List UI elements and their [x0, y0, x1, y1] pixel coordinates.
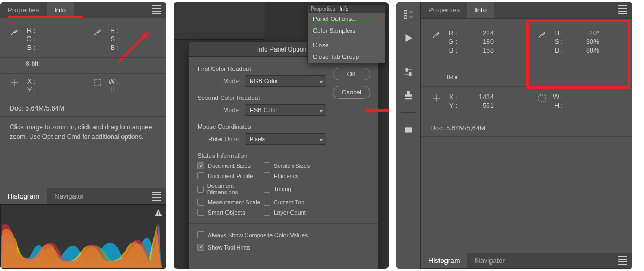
- tab-info[interactable]: Info: [47, 2, 74, 18]
- crosshair-icon: [431, 93, 441, 103]
- cb-measurement-scale[interactable]: Measurement Scale: [197, 199, 260, 206]
- rgb-readout: R :224 G :180 B :158: [421, 23, 526, 71]
- tabbar-bottom: Histogram Navigator: [421, 253, 632, 269]
- eyedropper-icon: [537, 30, 547, 39]
- wh-readout: W : H :: [83, 74, 166, 99]
- cb-always-composite[interactable]: Always Show Composite Color Values: [197, 231, 369, 238]
- label-h: H :: [107, 27, 119, 34]
- ok-button[interactable]: OK: [333, 68, 370, 80]
- eyedropper-icon: [93, 27, 103, 36]
- info-panel-empty: Properties Info R : G : B : H : S :: [0, 2, 166, 269]
- tab-properties[interactable]: Properties: [421, 2, 467, 18]
- tool-hint: Click image to zoom in, click and drag t…: [0, 117, 166, 147]
- tabbar: Properties Info: [0, 2, 166, 18]
- first-mode-select[interactable]: RGB Color: [245, 75, 326, 87]
- align-icon[interactable]: [401, 8, 415, 21]
- cb-show-tool-hints[interactable]: Show Tool Hints: [197, 244, 369, 251]
- ctx-tab-info[interactable]: Info: [340, 6, 349, 12]
- label-h: H :: [551, 30, 563, 37]
- ctx-tab-properties[interactable]: Properties: [311, 6, 335, 12]
- info-panel-filled: Properties Info R :224 G :180 B :158: [396, 2, 632, 269]
- warning-icon[interactable]: [154, 208, 163, 217]
- label-y: Y :: [445, 102, 457, 109]
- tab-info[interactable]: Info: [467, 2, 494, 18]
- label-x: X :: [24, 78, 35, 85]
- svg-rect-7: [404, 11, 407, 14]
- background-ui: [174, 2, 265, 40]
- value-b: 158: [462, 47, 494, 54]
- label-h2: H :: [107, 86, 119, 94]
- value-r: 224: [462, 30, 494, 37]
- cb-layer-count[interactable]: Layer Count: [264, 209, 326, 216]
- svg-rect-2: [94, 79, 101, 86]
- first-readout: R : G : B :: [0, 23, 83, 58]
- menu-panel-options[interactable]: Panel Options...: [308, 13, 385, 25]
- svg-rect-9: [406, 69, 407, 71]
- panel-menu-icon[interactable]: [618, 256, 627, 265]
- hsb-readout: H :20° S :30% B :88%: [526, 23, 632, 71]
- cb-document-sizes[interactable]: Document Sizes: [197, 162, 260, 169]
- label-b: B :: [445, 47, 457, 54]
- menu-close[interactable]: Close: [308, 39, 385, 51]
- label-w: W :: [551, 93, 563, 101]
- label-b2: B :: [107, 44, 119, 52]
- crosshair-icon: [10, 78, 19, 87]
- xy-readout: X :1434 Y :551: [421, 87, 526, 119]
- tab-navigator[interactable]: Navigator: [47, 188, 92, 204]
- label-r: R :: [445, 30, 457, 37]
- doc-size: Doc: 5,64M/5,64M: [0, 99, 166, 117]
- wh-readout: W : H :: [526, 87, 632, 119]
- bitdepth-label: 8-bit: [421, 71, 459, 86]
- value-s: 30%: [567, 38, 599, 46]
- info-panel-options-dialog: Info Panel Options OK Cancel First Color…: [189, 42, 378, 269]
- cb-scratch-sizes[interactable]: Scratch Sizes: [264, 162, 326, 169]
- menu-close-group[interactable]: Close Tab Group: [308, 51, 385, 63]
- adjust-icon[interactable]: [401, 65, 415, 79]
- panel-menu-icon[interactable]: [618, 5, 627, 14]
- tabbar: Properties Info: [421, 2, 632, 18]
- svg-rect-10: [409, 72, 411, 76]
- histogram-graphic: [0, 204, 166, 269]
- label-b2: B :: [551, 47, 563, 54]
- stamp-icon[interactable]: [401, 89, 415, 102]
- eyedropper-icon: [10, 27, 19, 36]
- cancel-button[interactable]: Cancel: [333, 86, 370, 99]
- bitdepth-label: 8-bit: [0, 58, 38, 73]
- label-b: B :: [24, 44, 35, 52]
- section-second-readout: Second Color Readout: [197, 94, 326, 101]
- tab-navigator[interactable]: Navigator: [467, 253, 513, 268]
- second-readout: H : S : B :: [83, 23, 166, 58]
- xy-readout: X : Y :: [0, 74, 83, 99]
- tab-histogram[interactable]: Histogram: [421, 253, 467, 268]
- panel-menu-icon[interactable]: [152, 192, 161, 201]
- svg-rect-11: [405, 127, 412, 132]
- tab-properties[interactable]: Properties: [0, 2, 47, 18]
- cb-current-tool[interactable]: Current Tool: [264, 199, 326, 206]
- section-mouse: Mouse Coordinates: [197, 123, 326, 130]
- label-mode: Mode:: [197, 107, 240, 113]
- cb-timing[interactable]: Timing: [264, 182, 326, 195]
- block-icon[interactable]: [401, 122, 415, 136]
- vertical-toolbar: [396, 2, 421, 269]
- panel-flyout-menu: Properties Info Panel Options... Color S…: [307, 4, 385, 63]
- play-icon[interactable]: [401, 31, 415, 45]
- value-g: 180: [462, 38, 494, 46]
- second-mode-select[interactable]: HSB Color: [245, 104, 326, 116]
- label-s: S :: [107, 35, 119, 43]
- ruler-units-select[interactable]: Pixels: [245, 133, 326, 145]
- label-h2: H :: [551, 102, 563, 109]
- cb-document-dimensions[interactable]: Document Dimensions: [197, 182, 260, 195]
- annotation-underline: [313, 21, 379, 22]
- cb-document-profile[interactable]: Document Profile: [197, 172, 260, 179]
- panel-menu-icon[interactable]: [152, 5, 161, 14]
- cb-smart-objects[interactable]: Smart Objects: [197, 209, 260, 216]
- histogram-panel: Histogram Navigator: [0, 188, 166, 269]
- menu-color-samplers[interactable]: Color Samplers: [308, 25, 385, 36]
- label-g: G :: [445, 38, 457, 46]
- label-mode: Mode:: [197, 78, 240, 84]
- svg-rect-4: [158, 214, 158, 215]
- cb-efficiency[interactable]: Efficiency: [264, 172, 326, 179]
- tab-histogram[interactable]: Histogram: [0, 188, 47, 204]
- section-status: Status Information: [197, 152, 326, 159]
- label-ruler: Ruler Units:: [197, 136, 240, 142]
